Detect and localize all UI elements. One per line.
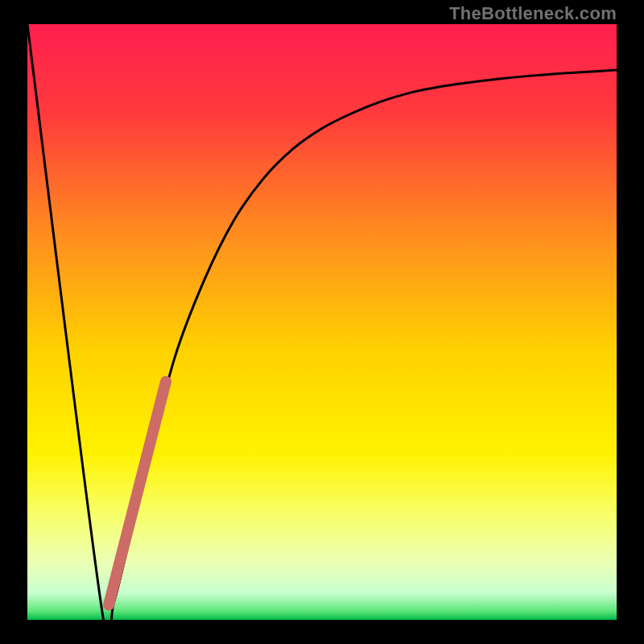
gradient-background — [27, 24, 617, 620]
plot-area — [27, 24, 617, 620]
watermark-text: TheBottleneck.com — [449, 3, 617, 24]
chart-svg — [27, 24, 617, 620]
chart-frame: TheBottleneck.com — [0, 0, 644, 644]
